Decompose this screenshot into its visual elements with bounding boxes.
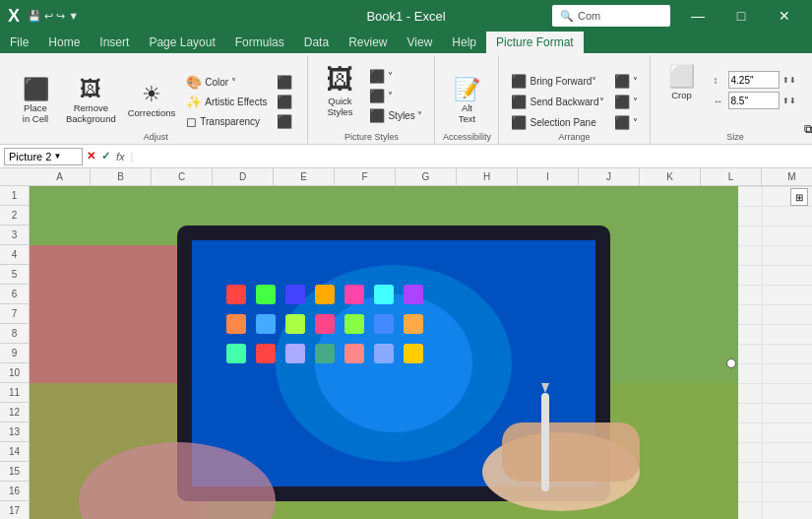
picture-styles-group: 🖼 QuickStyles ⬛˅ ⬛˅ ⬛ Styles ˅ Picture S… [308,55,435,144]
effects-icon: ⬛ [369,89,385,103]
quick-styles-button[interactable]: 🖼 QuickStyles [316,63,363,121]
place-in-cell-icon: ⬛ [23,79,49,100]
row-16[interactable]: 16 [0,482,29,501]
picture-layout-button[interactable]: ⬛ Styles ˅ [365,106,426,125]
row-17[interactable]: 17 [0,501,29,519]
col-header-f[interactable]: F [335,168,396,185]
rotate-button[interactable]: ⬛˅ [610,113,642,132]
name-box-value: Picture 2 [9,151,51,162]
width-label: ↔ [714,96,725,106]
maximize-btn[interactable]: □ [721,2,761,30]
place-in-cell-button[interactable]: ⬛ Placein Cell [12,76,59,128]
picture-effects-button[interactable]: ⬛˅ [365,87,426,105]
row-2[interactable]: 2 [0,206,29,226]
col-header-c[interactable]: C [152,168,213,185]
height-spinner[interactable]: ⬆⬇ [782,76,796,85]
cancel-formula-btn[interactable]: ✕ [87,150,95,162]
name-box[interactable]: Picture 2 ▼ [4,148,83,165]
color-button[interactable]: 🎨 Color ˅ [182,73,271,92]
corrections-icon: ☀ [142,84,161,105]
svg-rect-7 [226,285,246,304]
row-3[interactable]: 3 [0,226,29,245]
row-9[interactable]: 9 [0,344,29,363]
selection-pane-label: Selection Pane [530,117,595,128]
col-header-b[interactable]: B [91,168,152,185]
artistic-effects-button[interactable]: ✨ Artistic Effects [182,93,271,111]
remove-background-button[interactable]: 🖼 RemoveBackground [61,76,121,128]
search-box[interactable]: 🔍 Com [552,5,670,27]
function-btn[interactable]: fx [116,151,125,162]
tab-picture-format[interactable]: Picture Format [486,32,584,53]
arrange-label: Arrange [499,132,649,142]
tab-page-layout[interactable]: Page Layout [139,32,224,53]
col-header-h[interactable]: H [457,168,518,185]
svg-rect-12 [374,285,394,304]
tab-review[interactable]: Review [339,32,397,53]
close-btn[interactable]: ✕ [765,2,804,30]
tab-data[interactable]: Data [294,32,339,53]
transparency-icon: ◻ [186,114,197,129]
row-1[interactable]: 1 [0,186,29,206]
change-picture-button[interactable]: ⬛ [273,93,299,111]
tab-view[interactable]: View [398,32,443,53]
corrections-button[interactable]: ☀ Corrections [123,81,181,121]
group-button[interactable]: ⬛˅ [610,93,642,111]
col-header-j[interactable]: J [579,168,640,185]
row-6[interactable]: 6 [0,285,29,304]
spreadsheet-image-container[interactable]: ⊞ [30,186,738,519]
compress-pictures-button[interactable]: ⬛ [273,73,299,92]
row-15[interactable]: 15 [0,462,29,482]
name-box-arrow[interactable]: ▼ [53,152,61,161]
svg-rect-21 [226,344,246,363]
col-header-e[interactable]: E [274,168,335,185]
col-header-i[interactable]: I [518,168,579,185]
col-header-d[interactable]: D [213,168,274,185]
col-header-m[interactable]: M [762,168,812,185]
row-13[interactable]: 13 [0,422,29,442]
crop-button[interactable]: ⬜ Crop [658,63,706,103]
svg-point-6 [315,294,472,432]
quick-access: 💾 ↩ ↪ ▼ [28,10,79,23]
minimize-btn[interactable]: — [678,2,718,30]
height-input[interactable] [728,71,780,89]
tab-insert[interactable]: Insert [90,32,139,53]
tab-help[interactable]: Help [442,32,486,53]
right-resize-handle[interactable] [726,358,736,368]
send-backward-icon: ⬛ [511,95,527,109]
tab-formulas[interactable]: Formulas [225,32,294,53]
row-8[interactable]: 8 [0,324,29,344]
col-header-a[interactable]: A [30,168,91,185]
row-5[interactable]: 5 [0,265,29,285]
alt-text-button[interactable]: 📝 AltText [443,76,490,128]
row-numbers: 1 2 3 4 5 6 7 8 9 10 11 12 13 14 15 16 1… [0,186,30,519]
selection-pane-button[interactable]: ⬛ Selection Pane [507,113,607,132]
formula-input[interactable] [137,151,808,162]
row-11[interactable]: 11 [0,383,29,403]
tab-file[interactable]: File [0,32,38,53]
row-10[interactable]: 10 [0,363,29,383]
row-12[interactable]: 12 [0,403,29,422]
row-7[interactable]: 7 [0,304,29,324]
reset-picture-button[interactable]: ⬛ [273,112,299,131]
confirm-formula-btn[interactable]: ✓ [101,150,110,162]
svg-rect-9 [285,285,305,304]
col-header-g[interactable]: G [396,168,457,185]
picture-border-button[interactable]: ⬛˅ [365,67,426,86]
selection-pane-icon: ⬛ [511,115,527,130]
send-backward-button[interactable]: ⬛ Send Backward ˅ [507,93,607,111]
width-input[interactable] [728,92,780,109]
align-button[interactable]: ⬛˅ [610,72,642,91]
app-logo: X [8,6,20,27]
row-14[interactable]: 14 [0,442,29,462]
transparency-button[interactable]: ◻ Transparency [182,112,271,131]
bring-forward-icon: ⬛ [511,74,527,89]
arrange-align-group-rotate: ⬛˅ ⬛˅ ⬛˅ [610,72,642,132]
col-header-k[interactable]: K [640,168,701,185]
width-spinner[interactable]: ⬆⬇ [782,97,796,105]
bring-forward-button[interactable]: ⬛ Bring Forward ˅ [507,72,607,91]
tab-home[interactable]: Home [38,32,90,53]
image-layout-icon[interactable]: ⊞ [790,188,808,206]
row-4[interactable]: 4 [0,245,29,265]
adjust-group: ⬛ Placein Cell 🖼 RemoveBackground ☀ Corr… [4,55,308,144]
col-header-l[interactable]: L [701,168,762,185]
